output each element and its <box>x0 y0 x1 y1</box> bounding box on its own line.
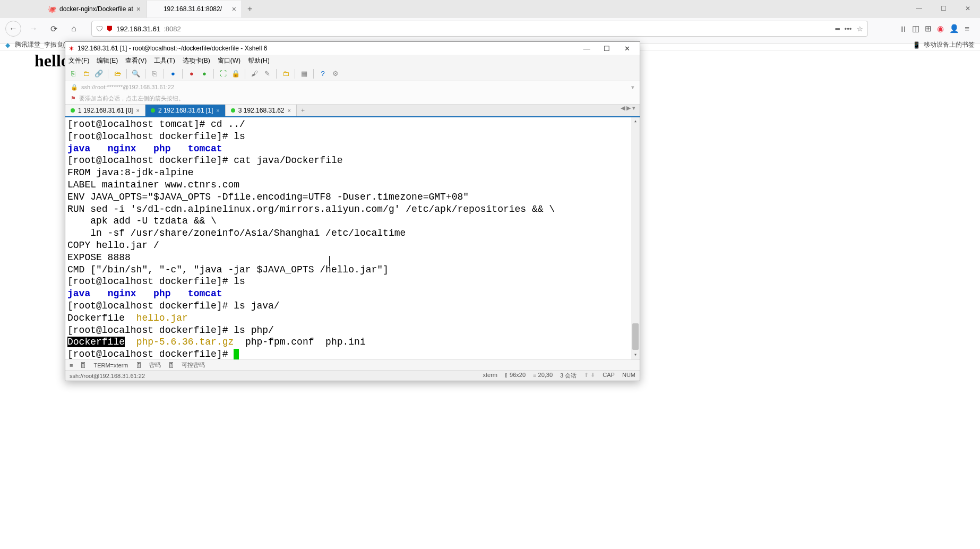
password-label[interactable]: 密码 <box>149 361 161 369</box>
menu-list-icon[interactable]: ≡ <box>70 362 73 368</box>
terminal[interactable]: [root@localhost tomcat]# cd ../ [root@lo… <box>65 117 640 359</box>
term-line: [root@localhost dockerfile]# cat java/Do… <box>67 155 638 167</box>
xshell-app-icon: ✶ <box>68 45 74 53</box>
help-icon[interactable]: ? <box>318 69 328 79</box>
bookmarks-mobile[interactable]: 📱 移动设备上的书签 <box>913 40 975 49</box>
term-line: java nginx php tomcat <box>67 288 638 300</box>
menu-tabs[interactable]: 选项卡(B) <box>183 56 210 65</box>
menu-view[interactable]: 查看(V) <box>125 56 147 65</box>
scroll-down-icon[interactable]: ▾ <box>631 351 640 359</box>
page-heading: hello <box>35 51 70 71</box>
minimize-button[interactable]: — <box>577 42 596 54</box>
back-button[interactable]: ← <box>5 21 21 37</box>
browser-tab-2[interactable]: 192.168.31.61:8082/ × <box>147 1 242 18</box>
link-icon[interactable]: 🔗 <box>94 69 104 79</box>
close-icon[interactable]: × <box>288 107 291 114</box>
status-term-type: xterm <box>483 372 498 380</box>
session-tab-1[interactable]: 1 192.168.31.61 [0] × <box>65 105 145 116</box>
library-icon[interactable]: ⫼ <box>899 24 907 33</box>
session-tab-3[interactable]: 3 192.168.31.62 × <box>226 105 297 116</box>
addons-icon[interactable]: ⊞ <box>925 24 932 33</box>
dot-green-icon[interactable]: ● <box>200 69 209 79</box>
window-controls: — ☐ ✕ <box>907 0 980 17</box>
github-icon: 🐙 <box>48 5 56 13</box>
reload-button[interactable]: ⟳ <box>46 21 62 37</box>
menu-help[interactable]: 帮助(H) <box>248 56 270 65</box>
terminal-scrollbar[interactable]: ▴ ▾ <box>631 117 640 359</box>
menu-icon[interactable]: ≡ <box>965 24 969 33</box>
fullscreen-icon[interactable]: ⛶ <box>218 69 228 79</box>
menu-tools[interactable]: 工具(T) <box>154 56 175 65</box>
xshell-toolbar: ⎘ 🗀 🔗 🗁 🔍 ⎘ ● ● ● ⛶ 🔒 🖌 ✎ 🗀 ▦ ? ⚙ <box>65 66 640 81</box>
dropdown-icon[interactable]: ▾ <box>631 84 634 91</box>
star-icon[interactable]: ☆ <box>857 25 863 33</box>
grid-icon[interactable]: ▦ <box>299 69 309 79</box>
maximize-button[interactable]: ☐ <box>597 42 616 54</box>
dot-blue-icon[interactable]: ● <box>168 69 178 79</box>
scroll-up-icon[interactable]: ▴ <box>631 117 640 126</box>
xshell-title: 192.168.31.61 [1] - root@localhost:~/doc… <box>78 45 267 52</box>
close-icon[interactable]: × <box>232 5 236 13</box>
term-env: TERM=xterm <box>93 362 128 368</box>
maximize-button[interactable]: ☐ <box>931 0 956 17</box>
status-pos: ≡ 20,30 <box>533 372 553 380</box>
session-nav[interactable]: ◀ ▶ ▾ <box>616 105 640 116</box>
session-label: 3 192.168.31.62 <box>238 107 285 114</box>
copy-icon[interactable]: ⎘ <box>150 69 159 79</box>
folder2-icon[interactable]: 🗀 <box>281 69 290 79</box>
term-line: apk add -U tzdata && \ <box>67 215 638 227</box>
term-line: Dockerfile php-5.6.36.tar.gz php-fpm.con… <box>67 336 638 348</box>
sidebar-icon[interactable]: ◫ <box>912 24 919 33</box>
menu-window[interactable]: 窗口(W) <box>218 56 240 65</box>
session-label: 1 192.168.31.61 [0] <box>78 107 133 114</box>
menu-edit[interactable]: 编辑(E) <box>97 56 118 65</box>
session-tab-2[interactable]: 2 192.168.31.61 [1] × <box>145 105 226 116</box>
new-session-icon[interactable]: ⎘ <box>68 69 78 79</box>
scrollbar-thumb[interactable] <box>632 323 639 350</box>
add-session-button[interactable]: + <box>297 105 309 116</box>
shield-icon: 🛡 <box>96 25 103 33</box>
dot-red-icon[interactable]: ● <box>187 69 196 79</box>
new-tab-button[interactable]: + <box>242 4 257 14</box>
xshell-address-bar[interactable]: 🔒 ssh://root:*******@192.168.31.61:22 ▾ <box>65 81 640 93</box>
gear-icon[interactable]: ⚙ <box>331 69 340 79</box>
status-arrows[interactable]: ⬆ ⬇ <box>584 372 595 380</box>
close-icon[interactable]: × <box>216 107 219 114</box>
page-icon <box>152 5 160 13</box>
reader-icon[interactable]: ▪▪▪ <box>835 25 839 33</box>
briefcase-icon: 🗄 <box>168 362 174 368</box>
briefcase-icon: 🗄 <box>136 362 142 368</box>
browser-tab-1[interactable]: 🐙 docker-nginx/Dockerfile at × <box>42 1 147 18</box>
search-icon[interactable]: 🔍 <box>131 69 141 79</box>
xshell-menubar: 文件(F) 编辑(E) 查看(V) 工具(T) 选项卡(B) 窗口(W) 帮助(… <box>65 55 640 66</box>
right-toolbar: ⫼ ◫ ⊞ ◉ 👤 ≡ <box>899 24 975 33</box>
open-icon[interactable]: 🗀 <box>81 69 91 79</box>
minimize-button[interactable]: — <box>907 0 931 17</box>
close-icon[interactable]: × <box>136 5 141 13</box>
term-line: RUN sed -i 's/dl-cdn.alpinelinux.org/mir… <box>67 203 638 216</box>
brush-icon[interactable]: ✎ <box>262 69 272 79</box>
lock-icon[interactable]: 🔒 <box>231 69 240 79</box>
close-icon[interactable]: × <box>136 107 139 114</box>
session-label: 2 192.168.31.61 [1] <box>158 107 213 114</box>
text-caret-icon <box>329 256 330 267</box>
account-icon[interactable]: 👤 <box>949 24 959 33</box>
url-bar[interactable]: 🛡 ⛊ 192.168.31.61:8082 ▪▪▪ ••• ☆ <box>91 21 868 37</box>
close-button[interactable]: ✕ <box>617 42 637 54</box>
term-line: [root@localhost tomcat]# cd ../ <box>67 118 638 131</box>
term-line: [root@localhost dockerfile]# ls php/ <box>67 324 638 337</box>
folder-icon[interactable]: 🗁 <box>113 69 122 79</box>
ctrl-password-label[interactable]: 可控密码 <box>182 361 205 369</box>
flag-icon: ⚑ <box>71 95 76 102</box>
status-num: NUM <box>622 372 635 380</box>
paint-icon[interactable]: 🖌 <box>250 69 259 79</box>
extension-icon[interactable]: ◉ <box>937 24 944 33</box>
menu-dots-icon[interactable]: ••• <box>845 25 852 33</box>
forward-button[interactable]: → <box>25 21 41 37</box>
close-button[interactable]: ✕ <box>956 0 980 17</box>
menu-file[interactable]: 文件(F) <box>68 56 89 65</box>
status-size: ⫿ 96x20 <box>505 372 526 380</box>
home-button[interactable]: ⌂ <box>66 21 82 37</box>
bookmarks-mobile-label: 移动设备上的书签 <box>924 40 975 49</box>
xshell-titlebar[interactable]: ✶ 192.168.31.61 [1] - root@localhost:~/d… <box>65 42 640 55</box>
